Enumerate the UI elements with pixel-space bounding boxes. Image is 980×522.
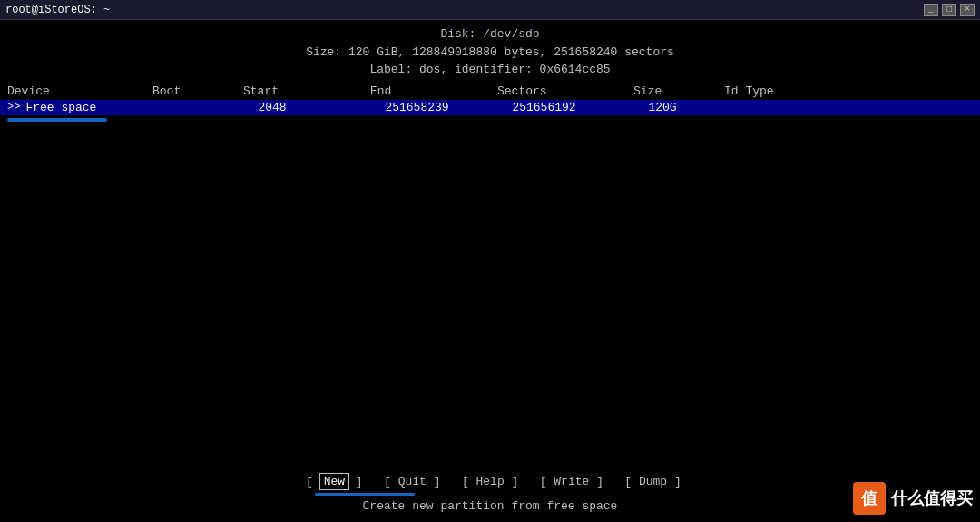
- disk-line1: Disk: /dev/sdb: [0, 25, 980, 44]
- table-row[interactable]: >> Free space 2048 251658239 251656192 1…: [0, 100, 980, 115]
- new-button[interactable]: New: [320, 474, 348, 489]
- row-sectors: 251656192: [512, 101, 648, 114]
- quit-button[interactable]: Quit: [398, 475, 426, 488]
- table-header: Device Boot Start End Sectors Size Id Ty…: [0, 83, 980, 100]
- terminal: Disk: /dev/sdb Size: 120 GiB, 1288490188…: [0, 20, 980, 522]
- write-button[interactable]: Write: [554, 475, 589, 488]
- bottom-area: [ New ] [ Quit ] [ Help ] [ Write ] [ Du…: [0, 468, 980, 522]
- col-header-start: Start: [243, 84, 370, 98]
- col-header-idtype: Id Type: [724, 84, 869, 98]
- write-bracket-close: ] [: [589, 475, 639, 488]
- titlebar: root@iStoreOS: ~ _ □ ×: [0, 0, 980, 20]
- quit-bracket-close: ] [: [426, 475, 476, 488]
- row-start: 2048: [258, 101, 385, 114]
- help-bracket-close: ] [: [505, 475, 554, 488]
- menu-underline: [315, 493, 415, 496]
- dump-bracket-close: ]: [667, 475, 681, 488]
- disk-line3: Label: dos, identifier: 0x6614cc85: [0, 61, 980, 79]
- titlebar-title: root@iStoreOS: ~: [5, 4, 110, 16]
- menu-buttons: [ New ] [ Quit ] [ Help ] [ Write ] [ Du…: [299, 474, 681, 489]
- close-button[interactable]: ×: [960, 4, 975, 16]
- disk-info: Disk: /dev/sdb Size: 120 GiB, 1288490188…: [0, 20, 980, 83]
- dump-button[interactable]: Dump: [639, 475, 667, 488]
- new-button-bracket-open: [: [299, 475, 319, 488]
- minimize-button[interactable]: _: [924, 4, 938, 16]
- watermark-icon: 值: [853, 482, 886, 515]
- col-header-sectors: Sectors: [497, 84, 633, 98]
- help-button[interactable]: Help: [475, 475, 504, 488]
- watermark: 值 什么值得买: [853, 482, 973, 515]
- watermark-icon-text: 值: [861, 488, 877, 509]
- row-size: 120G: [648, 101, 739, 114]
- disk-line2: Size: 120 GiB, 128849018880 bytes, 25165…: [0, 44, 980, 62]
- row-device: Free space: [22, 101, 167, 114]
- row-arrow: >>: [7, 101, 20, 113]
- status-text: Create new partition from free space: [363, 499, 618, 513]
- col-header-boot: Boot: [152, 84, 243, 98]
- watermark-text: 什么值得买: [891, 488, 973, 509]
- new-button-bracket-close: ] [: [348, 475, 398, 488]
- selection-indicator: [7, 118, 107, 122]
- col-header-end: End: [370, 84, 497, 98]
- titlebar-controls[interactable]: _ □ ×: [924, 4, 975, 16]
- maximize-button[interactable]: □: [942, 4, 956, 16]
- col-header-size: Size: [633, 84, 724, 98]
- col-header-device: Device: [7, 84, 152, 98]
- row-end: 251658239: [385, 101, 512, 114]
